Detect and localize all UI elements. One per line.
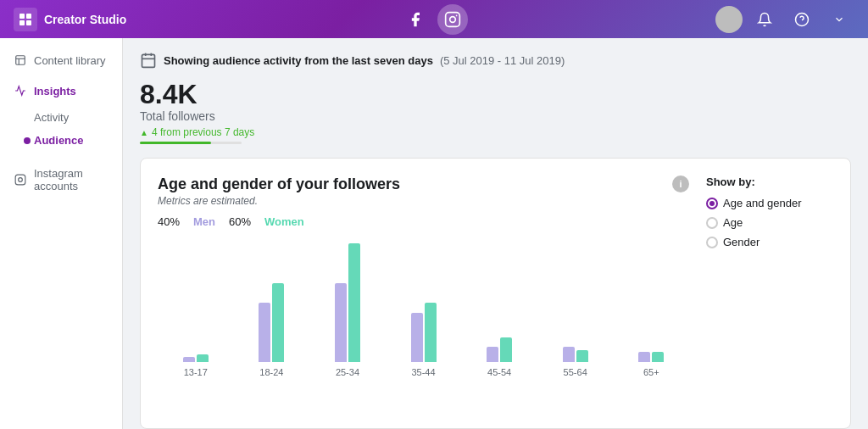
- bar-pair: [183, 354, 209, 362]
- bars-container: 13-17 18-24 25-34 35-44 45-5: [158, 242, 689, 394]
- sidebar: Content library Insights Activity Audien…: [0, 38, 123, 429]
- bar-group: 13-17: [158, 354, 234, 377]
- radio-circle-gender: [706, 237, 718, 248]
- date-range: (5 Jul 2019 - 11 Jul 2019): [440, 54, 565, 67]
- chevron-down-icon[interactable]: [824, 4, 854, 35]
- radio-label-gender: Gender: [723, 236, 760, 248]
- bar-group: 45-54: [461, 337, 537, 377]
- nav-brand: Creator Studio: [14, 8, 126, 31]
- sidebar-item-activity[interactable]: Activity: [0, 106, 122, 129]
- radio-age-gender[interactable]: Age and gender: [706, 197, 833, 209]
- bar-pair: [563, 347, 588, 362]
- instagram-icon[interactable]: [437, 4, 468, 35]
- svg-point-6: [456, 14, 458, 16]
- show-by-panel: Show by: Age and gender Age Gender: [706, 176, 833, 411]
- bar-men: [411, 313, 423, 362]
- bar-pair: [411, 303, 437, 362]
- bell-icon[interactable]: [749, 4, 780, 35]
- sidebar-item-content-library[interactable]: Content library: [0, 45, 122, 75]
- top-navigation: Creator Studio: [0, 0, 868, 38]
- svg-rect-9: [16, 56, 25, 65]
- svg-rect-1: [26, 14, 31, 19]
- insights-icon: [14, 84, 27, 98]
- bar-label: 25-34: [336, 367, 359, 377]
- sidebar-item-label: Instagram accounts: [34, 167, 108, 192]
- bar-women: [348, 243, 360, 362]
- svg-rect-14: [142, 54, 155, 67]
- bar-women: [425, 303, 437, 362]
- bar-group: 35-44: [386, 303, 462, 377]
- sidebar-sub-label: Activity: [34, 111, 69, 124]
- chart-title-row: Age and gender of your followers Metrics…: [158, 176, 689, 215]
- radio-circle-age: [706, 217, 718, 229]
- radio-label-age-gender: Age and gender: [723, 197, 802, 209]
- bar-group: 25-34: [309, 243, 386, 377]
- main-layout: Content library Insights Activity Audien…: [0, 38, 868, 429]
- svg-rect-4: [446, 12, 460, 26]
- radio-age[interactable]: Age: [706, 216, 833, 229]
- nav-actions: [715, 4, 854, 35]
- instagram-accounts-icon: [14, 173, 27, 187]
- svg-rect-12: [15, 175, 25, 185]
- bar-women: [576, 350, 588, 362]
- arrow-up-icon: ▲: [140, 128, 148, 137]
- content-library-icon: [14, 53, 27, 67]
- showing-text: Showing audience activity from the last …: [164, 54, 433, 67]
- bar-label: 65+: [643, 367, 659, 377]
- bar-men: [638, 352, 650, 362]
- bar-group: 65+: [613, 352, 689, 377]
- bar-women: [652, 352, 664, 362]
- men-label[interactable]: Men: [193, 215, 215, 228]
- svg-rect-3: [26, 20, 31, 25]
- main-content: Showing audience activity from the last …: [123, 38, 868, 429]
- chart-card: Age and gender of your followers Metrics…: [140, 158, 851, 429]
- bar-men: [563, 347, 575, 362]
- chart-title-block: Age and gender of your followers Metrics…: [158, 176, 400, 215]
- change-text: 4 from previous 7 days: [152, 126, 254, 138]
- bar-men: [487, 347, 498, 362]
- bar-group: 18-24: [234, 283, 310, 377]
- bar-label: 55-64: [564, 367, 587, 377]
- sidebar-item-label: Insights: [34, 85, 76, 98]
- bar-group: 55-64: [537, 347, 614, 377]
- radio-gender[interactable]: Gender: [706, 236, 833, 248]
- bar-label: 18-24: [259, 367, 283, 377]
- calendar-icon: [140, 52, 157, 69]
- bar-chart: 13-17 18-24 25-34 35-44 45-5: [158, 242, 689, 411]
- facebook-icon[interactable]: [400, 4, 431, 35]
- bar-pair: [335, 243, 360, 362]
- radio-circle-age-gender: [706, 198, 718, 209]
- followers-value: 8.4K: [140, 81, 851, 108]
- svg-rect-2: [19, 20, 25, 25]
- bar-women: [272, 283, 284, 362]
- sidebar-item-audience[interactable]: Audience: [0, 129, 122, 152]
- info-icon[interactable]: i: [672, 176, 689, 192]
- radio-label-age: Age: [723, 216, 743, 229]
- help-icon[interactable]: [787, 4, 817, 35]
- followers-label: Total followers: [140, 109, 851, 123]
- bar-men: [183, 357, 195, 362]
- avatar[interactable]: [715, 6, 743, 33]
- bar-women: [500, 337, 512, 362]
- app-title: Creator Studio: [44, 13, 126, 26]
- bar-women: [197, 354, 209, 362]
- sidebar-item-insights[interactable]: Insights: [0, 75, 122, 106]
- sidebar-item-label: Content library: [34, 54, 106, 67]
- progress-bar: [140, 142, 242, 144]
- bar-label: 13-17: [184, 367, 208, 377]
- svg-rect-0: [19, 14, 25, 19]
- show-by-title: Show by:: [706, 176, 833, 188]
- women-label[interactable]: Women: [264, 215, 304, 228]
- svg-point-5: [450, 16, 456, 22]
- sidebar-item-instagram[interactable]: Instagram accounts: [0, 159, 122, 201]
- bar-pair: [487, 337, 512, 362]
- bar-men: [259, 303, 270, 362]
- men-pct: 40%: [158, 215, 180, 228]
- chart-title: Age and gender of your followers: [158, 176, 400, 193]
- sidebar-sub-label: Audience: [34, 134, 84, 147]
- bar-pair: [259, 283, 284, 362]
- nav-platform-icons: [400, 4, 468, 35]
- bar-label: 45-54: [487, 367, 511, 377]
- chart-subtitle: Metrics are estimated.: [158, 195, 400, 207]
- stats-section: 8.4K Total followers ▲ 4 from previous 7…: [140, 81, 851, 144]
